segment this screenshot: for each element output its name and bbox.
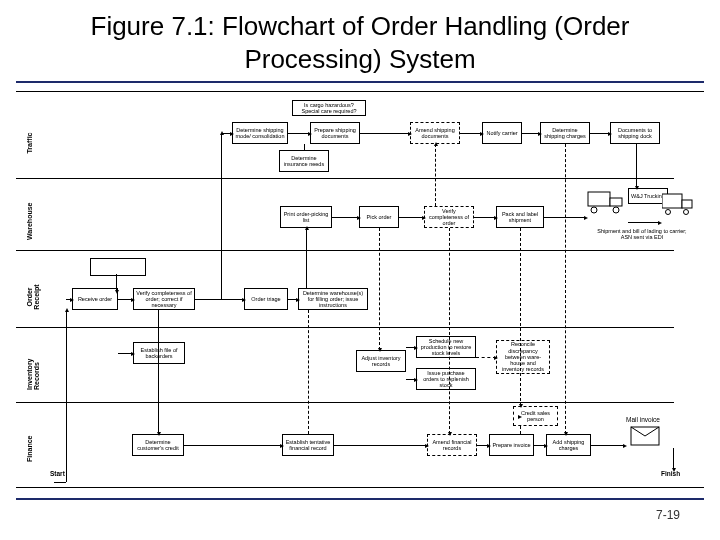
box-verify-completeness: Verify completeness of order; correct if… [133, 288, 195, 310]
lane-finance: Finance [26, 436, 33, 462]
lane-inventory: Inventory Records [26, 364, 40, 390]
truck-icon [586, 188, 628, 216]
page-title: Figure 7.1: Flowchart of Order Handling … [0, 0, 720, 79]
box-notify-carrier: Notify carrier [482, 122, 522, 144]
box-issue-po: Issue purchase orders to replenish stock [416, 368, 476, 390]
lane-traffic: Traffic [26, 130, 33, 156]
title-rule-top [16, 81, 704, 83]
svg-point-2 [591, 207, 597, 213]
box-determine-warehouse: Determine warehouse(s) for filling order… [298, 288, 368, 310]
label-start: Start [50, 470, 65, 477]
box-reconcile: Reconcile discrepancy between ware-house… [496, 340, 550, 374]
box-prepare-docs: Prepare shipping documents [310, 122, 360, 144]
box-cargo-hazard: Is cargo hazardous? Special care require… [292, 100, 366, 116]
box-add-shipping-charges: Add shipping charges [546, 434, 591, 456]
lane-warehouse: Warehouse [26, 214, 33, 240]
box-pack-label: Pack and label shipment [496, 206, 544, 228]
box-tentative-financial: Establish tentative financial record [282, 434, 334, 456]
page-number: 7-19 [0, 504, 720, 522]
box-determine-charges: Determine shipping charges [540, 122, 590, 144]
box-pick-order: Pick order [359, 206, 399, 228]
svg-rect-0 [588, 192, 610, 206]
svg-point-7 [666, 210, 671, 215]
box-insurance: Determine insurance needs [279, 150, 329, 172]
box-docs-to-dock: Documents to shipping dock [610, 122, 660, 144]
box-amend-financial: Amend financial records [427, 434, 477, 456]
label-mail: Mail invoice [626, 416, 660, 423]
box-determine-mode: Determine shipping mode/ consolidation [232, 122, 288, 144]
box-backorders: Establish file of backorders [133, 342, 185, 364]
flowchart-canvas: Traffic Warehouse Order Receipt Inventor… [16, 91, 704, 488]
lane-order: Order Receipt [26, 284, 40, 310]
title-rule-bottom [16, 498, 704, 500]
box-verify-order: Verify completeness of order [424, 206, 474, 228]
svg-rect-1 [610, 198, 622, 206]
box-order-triage: Order triage [244, 288, 288, 310]
box-schedule-production: Schedule new production to restore stock… [416, 336, 476, 358]
mail-icon [630, 426, 660, 446]
box-prepare-invoice: Prepare invoice [489, 434, 534, 456]
box-receive-order: Receive order [72, 288, 118, 310]
svg-point-3 [613, 207, 619, 213]
